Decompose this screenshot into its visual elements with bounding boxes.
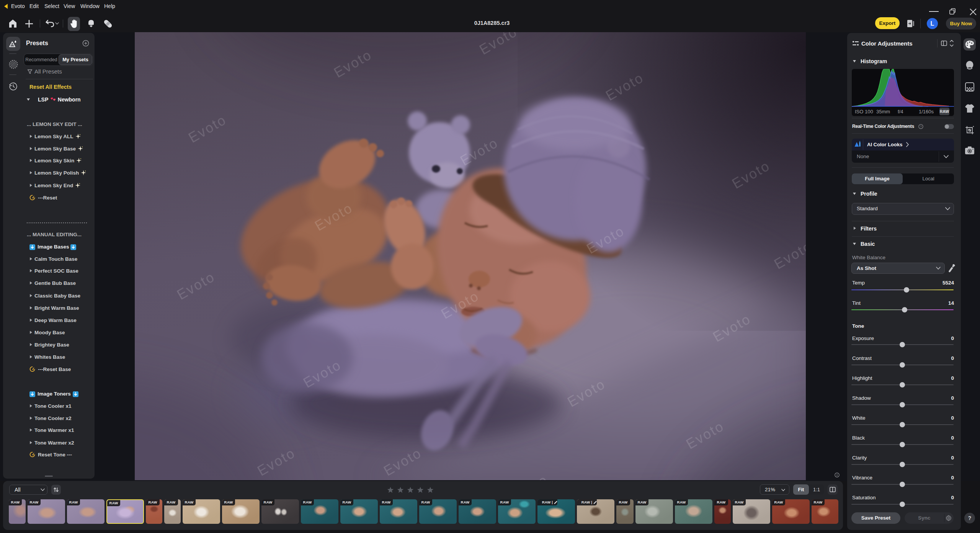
svg-text:?: ?	[920, 125, 922, 128]
